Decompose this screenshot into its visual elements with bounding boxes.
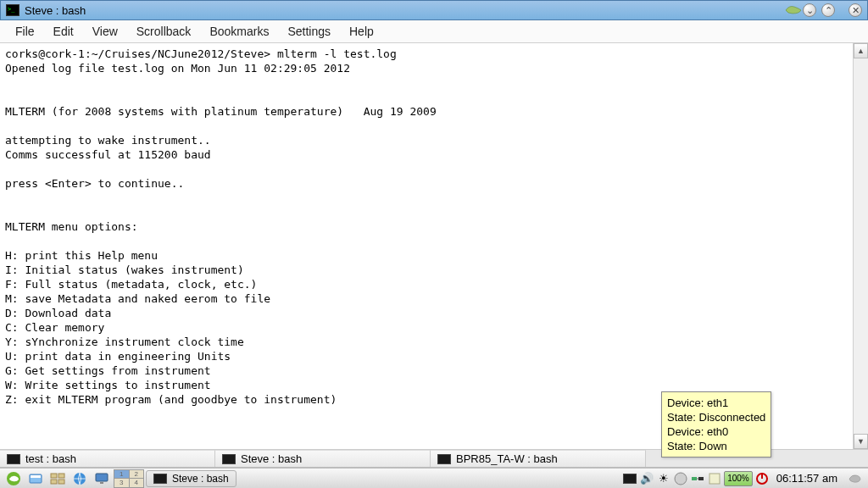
start-menu-button[interactable] (3, 469, 24, 488)
svg-rect-13 (698, 477, 704, 480)
terminal-tab-3[interactable]: BPR85_TA-W : bash (431, 450, 646, 467)
workspace-3[interactable]: 3 (114, 479, 129, 487)
terminal-icon (7, 454, 20, 464)
network-icon[interactable] (690, 471, 705, 486)
taskbar-task-label: Steve : bash (172, 473, 229, 485)
tooltip-line: Device: eth1 (667, 396, 765, 410)
volume-icon[interactable]: 🔊 (639, 471, 654, 486)
updates-icon[interactable] (673, 471, 688, 486)
workspace-switcher[interactable]: 1 2 3 4 (114, 469, 144, 488)
show-desktop-icon[interactable] (47, 469, 68, 488)
tooltip-line: State: Disconnected (667, 410, 765, 424)
monitor-icon[interactable] (92, 469, 112, 488)
minimize-button[interactable]: ⌄ (803, 3, 816, 17)
svg-rect-15 (709, 474, 720, 484)
svg-rect-6 (58, 480, 64, 484)
suse-gecko-icon (784, 3, 803, 17)
terminal-app-icon (6, 4, 19, 16)
power-icon[interactable] (754, 471, 770, 486)
svg-rect-10 (100, 482, 103, 484)
menubar: File Edit View Scrollback Bookmarks Sett… (0, 20, 868, 43)
menu-edit[interactable]: Edit (45, 22, 82, 41)
window-title: Steve : bash (25, 4, 777, 17)
terminal-container: corks@cork-1:~/Cruises/NCJune2012/Steve>… (0, 43, 868, 449)
terminal-tab-label: test : bash (25, 452, 76, 465)
tray-app-icon[interactable] (707, 471, 722, 486)
menu-settings[interactable]: Settings (279, 22, 339, 41)
svg-rect-2 (31, 475, 41, 478)
svg-rect-5 (51, 480, 57, 484)
workspace-4[interactable]: 4 (130, 479, 144, 487)
svg-rect-4 (58, 474, 64, 478)
battery-percent: 100% (727, 474, 749, 483)
menu-bookmarks[interactable]: Bookmarks (201, 22, 277, 41)
menu-scrollback[interactable]: Scrollback (128, 22, 200, 41)
terminal-tab-label: Steve : bash (241, 452, 302, 465)
tray-terminal-icon[interactable] (622, 471, 637, 486)
svg-rect-12 (692, 477, 697, 480)
tooltip-line: State: Down (667, 439, 765, 453)
window-controls: ⌄ ⌃ ✕ (803, 3, 862, 17)
system-tray: 🔊 ☀ 100% (622, 471, 770, 486)
terminal-icon (437, 454, 451, 464)
taskbar: 1 2 3 4 Steve : bash 🔊 ☀ 100% 06:11:57 a… (0, 468, 868, 488)
browser-icon[interactable] (70, 469, 90, 488)
file-manager-icon[interactable] (25, 469, 46, 488)
close-button[interactable]: ✕ (849, 3, 862, 17)
svg-point-11 (675, 473, 687, 485)
taskbar-task[interactable]: Steve : bash (146, 470, 236, 487)
terminal-tab-2[interactable]: Steve : bash (215, 450, 431, 467)
scroll-up-button[interactable]: ▲ (854, 43, 868, 58)
network-tooltip: Device: eth1 State: Disconnected Device:… (661, 391, 771, 458)
workspace-2[interactable]: 2 (130, 470, 144, 479)
menu-view[interactable]: View (84, 22, 126, 41)
maximize-button[interactable]: ⌃ (821, 3, 835, 17)
menu-help[interactable]: Help (341, 22, 382, 41)
workspace-1[interactable]: 1 (114, 470, 129, 479)
terminal-icon (222, 454, 236, 464)
svg-rect-9 (96, 474, 108, 481)
scroll-down-button[interactable]: ▼ (854, 434, 868, 449)
svg-rect-3 (51, 474, 57, 478)
window-titlebar: Steve : bash ⌄ ⌃ ✕ (0, 0, 868, 20)
terminal-icon (153, 474, 167, 484)
battery-indicator[interactable]: 100% (724, 471, 753, 486)
terminal-output[interactable]: corks@cork-1:~/Cruises/NCJune2012/Steve>… (0, 43, 853, 449)
menu-file[interactable]: File (7, 22, 43, 41)
terminal-tab-1[interactable]: test : bash (0, 450, 215, 467)
brightness-icon[interactable]: ☀ (656, 471, 671, 486)
suse-gecko-corner-icon[interactable] (844, 469, 865, 488)
clock[interactable]: 06:11:57 am (771, 472, 843, 485)
terminal-tab-label: BPR85_TA-W : bash (456, 452, 558, 465)
scrollbar[interactable]: ▲ ▼ (853, 43, 868, 449)
tooltip-line: Device: eth0 (667, 424, 765, 439)
